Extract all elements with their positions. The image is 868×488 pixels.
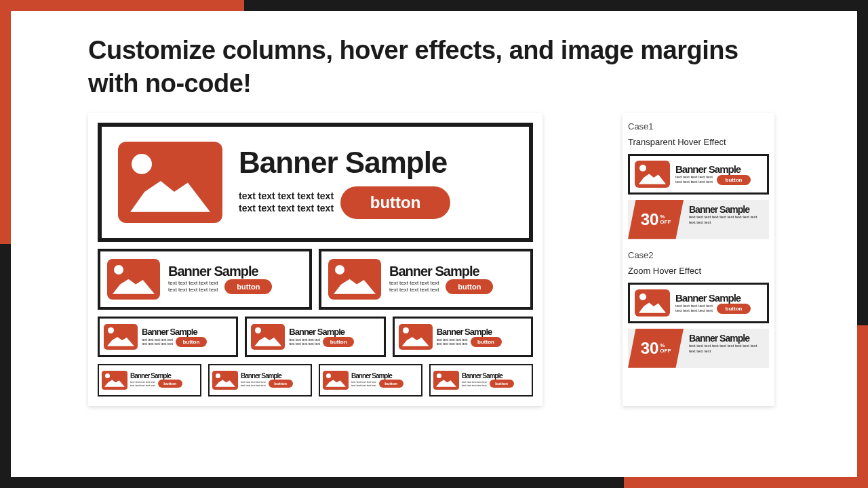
banner-desc: text text text text text text text text … — [142, 338, 173, 346]
image-icon — [251, 324, 285, 350]
banner-desc: text text text text text text text text … — [239, 190, 334, 214]
banner-button[interactable]: button — [323, 337, 354, 347]
banner-title: Banner Sample — [437, 327, 527, 337]
banner-button[interactable]: button — [176, 337, 207, 347]
discount-off: OFF — [660, 348, 671, 354]
discount-off: OFF — [660, 219, 671, 225]
banner-card[interactable]: Banner Sampletext text text text text te… — [208, 364, 312, 396]
banner-title: Banner Sample — [462, 372, 529, 380]
banner-title: Banner Sample — [239, 146, 513, 180]
image-icon — [212, 371, 238, 390]
banner-row-4up: Banner Sampletext text text text text te… — [98, 364, 533, 396]
image-icon — [323, 371, 349, 390]
image-icon — [104, 324, 138, 350]
banner-desc: text text text text text text text text … — [241, 380, 266, 387]
image-icon — [107, 259, 160, 300]
image-icon — [399, 324, 433, 350]
banner-button[interactable]: button — [379, 380, 403, 388]
banner-button[interactable]: button — [717, 175, 751, 185]
banner-button[interactable]: button — [269, 380, 293, 388]
banner-card[interactable]: Banner Sampletext text text text text te… — [98, 364, 201, 396]
discount-badge: 30 %OFF — [628, 329, 684, 368]
banner-title: Banner Sample — [351, 372, 418, 380]
banner-card[interactable]: Banner Sampletext text text text text te… — [98, 249, 312, 310]
banner-title: Banner Sample — [689, 204, 764, 215]
banner-desc: text text text text text text text text … — [168, 280, 218, 293]
banner-desc: text text text text text text text text … — [689, 215, 764, 226]
frame-accent — [857, 325, 868, 488]
image-icon — [635, 161, 670, 188]
banner-desc: text text text text text text text text … — [389, 280, 439, 293]
banner-card[interactable]: Banner Sample text text text text text t… — [98, 123, 533, 242]
discount-number: 30 — [641, 339, 659, 358]
banner-desc: text text text text text text text text … — [289, 338, 320, 346]
banner-title: Banner Sample — [689, 333, 764, 344]
banner-card[interactable]: Banner Sampletext text text text text te… — [393, 317, 533, 357]
banner-desc: text text text text text text text text … — [130, 380, 155, 387]
banner-title: Banner Sample — [289, 327, 379, 337]
banner-row-2up: Banner Sampletext text text text text te… — [98, 249, 533, 310]
page-title: Customize columns, hover effects, and im… — [88, 34, 766, 101]
banner-desc: text text text text text text text text … — [351, 380, 376, 387]
banner-button[interactable]: button — [158, 380, 182, 388]
banner-desc: text text text text text text text text … — [437, 338, 468, 346]
banner-title: Banner Sample — [142, 327, 232, 337]
banner-title: Banner Sample — [675, 163, 762, 175]
frame-accent — [624, 477, 868, 488]
banner-card[interactable]: Banner Sampletext text text text text te… — [245, 317, 385, 357]
banner-button[interactable]: button — [340, 186, 450, 219]
banner-button[interactable]: button — [717, 304, 751, 314]
banner-card[interactable]: Banner Sampletext text text text text te… — [429, 364, 533, 396]
banner-title: Banner Sample — [168, 264, 302, 279]
case-label: Case1 — [628, 121, 769, 131]
column-layout-panel: Banner Sample text text text text text t… — [88, 113, 542, 406]
banner-title: Banner Sample — [130, 372, 197, 380]
image-icon — [433, 371, 459, 390]
banner-row-3up: Banner Sampletext text text text text te… — [98, 317, 533, 357]
case-caption: Zoom Hover Effect — [628, 266, 769, 276]
frame-accent — [0, 0, 244, 11]
case-caption: Transparent Hover Effect — [628, 137, 769, 147]
banner-desc: text text text text text text text text … — [675, 175, 713, 185]
banner-title: Banner Sample — [389, 264, 524, 279]
image-icon — [328, 259, 381, 300]
image-icon — [635, 289, 670, 317]
banner-desc: text text text text text text text text … — [462, 380, 487, 387]
discount-badge: 30 %OFF — [628, 200, 684, 239]
case-label: Case2 — [628, 250, 769, 260]
banner-desc: text text text text text text text text … — [675, 304, 713, 314]
banner-button[interactable]: button — [224, 279, 272, 294]
banner-card[interactable]: Banner Sample text text text text text t… — [628, 283, 769, 323]
banner-card[interactable]: Banner Sampletext text text text text te… — [98, 317, 238, 357]
frame-accent — [0, 0, 11, 244]
image-icon — [118, 142, 222, 223]
banner-card[interactable]: Banner Sample text text text text text t… — [628, 154, 769, 195]
banner-button[interactable]: button — [446, 279, 493, 294]
sale-banner[interactable]: 30 %OFF Banner Sample text text text tex… — [628, 329, 769, 368]
banner-button[interactable]: button — [490, 380, 514, 388]
image-icon — [102, 371, 127, 390]
discount-number: 30 — [641, 210, 659, 229]
banner-desc: text text text text text text text text … — [689, 344, 764, 354]
hover-effects-panel: Case1 Transparent Hover Effect Banner Sa… — [623, 113, 774, 406]
banner-title: Banner Sample — [241, 372, 308, 380]
banner-card[interactable]: Banner Sampletext text text text text te… — [319, 249, 533, 310]
banner-card[interactable]: Banner Sampletext text text text text te… — [319, 364, 422, 396]
banner-button[interactable]: button — [471, 337, 502, 347]
banner-title: Banner Sample — [675, 292, 762, 304]
sale-banner[interactable]: 30 %OFF Banner Sample text text text tex… — [628, 200, 769, 239]
